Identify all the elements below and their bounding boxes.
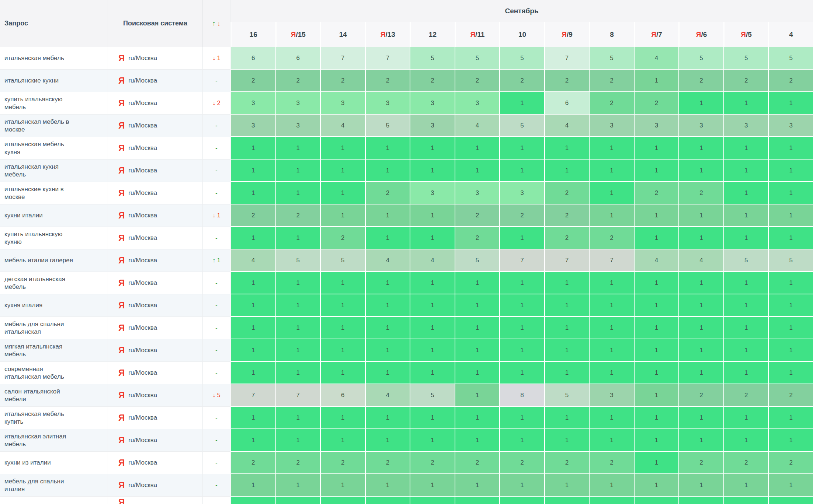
position-cell[interactable]: 5 bbox=[365, 115, 410, 137]
position-cell[interactable]: 1 bbox=[768, 227, 813, 249]
position-cell[interactable]: 1 bbox=[723, 160, 768, 182]
position-cell[interactable]: 2 bbox=[455, 70, 500, 92]
position-cell[interactable]: 7 bbox=[230, 384, 275, 407]
position-cell[interactable]: 6 bbox=[544, 92, 589, 115]
position-cell[interactable]: 2 bbox=[230, 70, 275, 92]
position-cell[interactable]: 3 bbox=[275, 92, 320, 115]
position-cell[interactable]: 3 bbox=[320, 92, 365, 115]
position-cell[interactable]: 2 bbox=[678, 384, 723, 407]
position-cell[interactable]: 1 bbox=[275, 137, 320, 160]
position-cell[interactable]: 2 bbox=[544, 182, 589, 204]
position-cell[interactable]: 1 bbox=[768, 182, 813, 204]
position-cell[interactable]: 1 bbox=[544, 294, 589, 317]
query-cell[interactable]: итальянская мебель кухня bbox=[0, 137, 108, 160]
query-cell[interactable]: купить итальянскую кухню bbox=[0, 227, 108, 249]
position-cell[interactable]: 1 bbox=[230, 272, 275, 294]
position-cell[interactable]: 1 bbox=[589, 272, 634, 294]
position-cell[interactable]: 1 bbox=[320, 497, 365, 504]
date-header-14[interactable]: 14 bbox=[320, 22, 365, 47]
position-cell[interactable]: 1 bbox=[499, 429, 544, 452]
position-cell[interactable]: 2 bbox=[544, 452, 589, 474]
position-cell[interactable]: 1 bbox=[365, 474, 410, 497]
position-cell[interactable]: 1 bbox=[634, 339, 679, 362]
position-cell[interactable]: 1 bbox=[365, 339, 410, 362]
position-cell[interactable]: 1 bbox=[678, 429, 723, 452]
position-cell[interactable]: 2 bbox=[320, 70, 365, 92]
query-cell[interactable]: детская итальянская мебель bbox=[0, 272, 108, 294]
position-cell[interactable]: 1 bbox=[410, 474, 455, 497]
position-cell[interactable]: 1 bbox=[499, 362, 544, 384]
position-cell[interactable]: 1 bbox=[634, 160, 679, 182]
position-cell[interactable]: 1 bbox=[678, 294, 723, 317]
position-cell[interactable]: 1 bbox=[410, 160, 455, 182]
position-cell[interactable]: 1 bbox=[320, 272, 365, 294]
position-cell[interactable]: 1 bbox=[320, 474, 365, 497]
position-cell[interactable]: 1 bbox=[634, 362, 679, 384]
query-cell[interactable]: итальянская мебель bbox=[0, 47, 108, 70]
position-cell[interactable]: 6 bbox=[230, 47, 275, 70]
position-cell[interactable]: 2 bbox=[499, 70, 544, 92]
position-cell[interactable]: 1 bbox=[365, 497, 410, 504]
position-cell[interactable]: 1 bbox=[499, 497, 544, 504]
position-cell[interactable]: 1 bbox=[768, 474, 813, 497]
position-cell[interactable]: 5 bbox=[320, 249, 365, 272]
position-cell[interactable]: 1 bbox=[455, 160, 500, 182]
position-cell[interactable]: 1 bbox=[678, 497, 723, 504]
position-cell[interactable]: 2 bbox=[678, 182, 723, 204]
position-cell[interactable]: 4 bbox=[365, 249, 410, 272]
position-cell[interactable]: 2 bbox=[320, 227, 365, 249]
position-cell[interactable]: 1 bbox=[365, 317, 410, 339]
position-cell[interactable]: 1 bbox=[544, 362, 589, 384]
position-cell[interactable]: 2 bbox=[275, 204, 320, 227]
query-cell[interactable]: мебель италии галерея bbox=[0, 249, 108, 272]
position-cell[interactable]: 2 bbox=[678, 70, 723, 92]
position-cell[interactable]: 7 bbox=[499, 249, 544, 272]
position-cell[interactable]: 1 bbox=[589, 407, 634, 429]
position-cell[interactable]: 1 bbox=[410, 204, 455, 227]
position-cell[interactable]: 1 bbox=[499, 160, 544, 182]
position-cell[interactable]: 3 bbox=[410, 92, 455, 115]
position-cell[interactable]: 3 bbox=[455, 182, 500, 204]
position-cell[interactable]: 1 bbox=[768, 294, 813, 317]
position-cell[interactable]: 2 bbox=[723, 70, 768, 92]
position-cell[interactable]: 1 bbox=[455, 294, 500, 317]
position-cell[interactable]: 1 bbox=[634, 497, 679, 504]
position-cell[interactable]: 1 bbox=[499, 227, 544, 249]
position-cell[interactable]: 1 bbox=[723, 362, 768, 384]
position-cell[interactable]: 1 bbox=[723, 137, 768, 160]
position-cell[interactable]: 1 bbox=[410, 317, 455, 339]
date-header-10[interactable]: 10 bbox=[499, 22, 544, 47]
position-cell[interactable]: 1 bbox=[634, 407, 679, 429]
position-cell[interactable]: 1 bbox=[589, 137, 634, 160]
position-cell[interactable]: 2 bbox=[544, 227, 589, 249]
position-cell[interactable]: 1 bbox=[230, 227, 275, 249]
position-cell[interactable]: 1 bbox=[410, 497, 455, 504]
position-cell[interactable]: 1 bbox=[455, 407, 500, 429]
query-cell[interactable]: мягкая итальянская мебель bbox=[0, 339, 108, 362]
position-cell[interactable]: 1 bbox=[589, 497, 634, 504]
query-cell[interactable]: итальянская мебель в москве bbox=[0, 115, 108, 137]
position-cell[interactable]: 1 bbox=[455, 384, 500, 407]
position-cell[interactable]: 1 bbox=[634, 294, 679, 317]
date-header-6[interactable]: Я/6 bbox=[678, 22, 723, 47]
position-cell[interactable]: 2 bbox=[544, 204, 589, 227]
position-cell[interactable]: 1 bbox=[544, 474, 589, 497]
position-cell[interactable]: 5 bbox=[455, 249, 500, 272]
position-cell[interactable]: 2 bbox=[230, 204, 275, 227]
position-cell[interactable]: 6 bbox=[320, 384, 365, 407]
position-cell[interactable]: 2 bbox=[455, 227, 500, 249]
position-cell[interactable]: 1 bbox=[365, 137, 410, 160]
position-cell[interactable]: 1 bbox=[275, 362, 320, 384]
position-cell[interactable]: 1 bbox=[678, 227, 723, 249]
date-header-15[interactable]: Я/15 bbox=[275, 22, 320, 47]
position-cell[interactable]: 1 bbox=[589, 474, 634, 497]
position-cell[interactable]: 7 bbox=[275, 384, 320, 407]
query-cell[interactable]: современная итальянская мебель bbox=[0, 362, 108, 384]
position-cell[interactable]: 1 bbox=[723, 317, 768, 339]
position-cell[interactable]: 1 bbox=[365, 294, 410, 317]
position-cell[interactable]: 2 bbox=[768, 452, 813, 474]
position-cell[interactable]: 1 bbox=[768, 339, 813, 362]
header-change[interactable]: ↑ ↓ bbox=[203, 0, 230, 47]
position-cell[interactable]: 1 bbox=[410, 227, 455, 249]
position-cell[interactable]: 1 bbox=[634, 452, 679, 474]
